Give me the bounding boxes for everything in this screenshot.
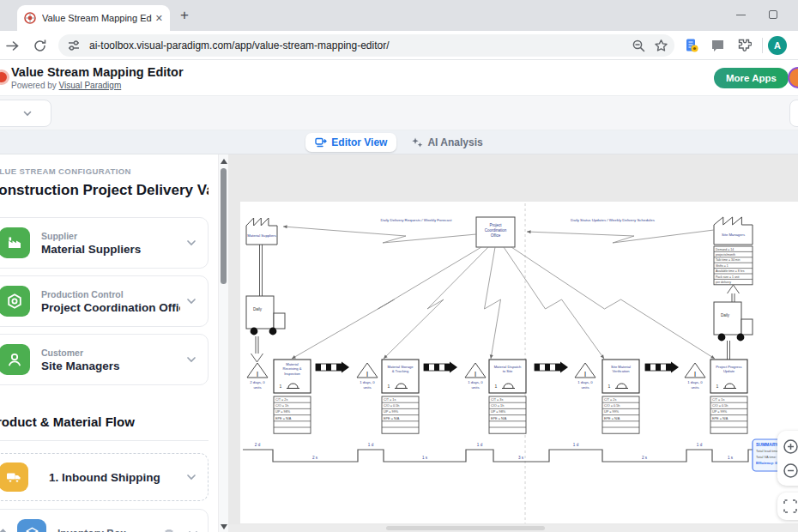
scrollbar-thumb[interactable] xyxy=(221,168,227,284)
process-data-box[interactable]: C/T = 1sC/O = 0.5hUP = 99%EPE = N/A xyxy=(710,396,747,433)
diagram-label: Material Suppliers xyxy=(247,233,276,238)
more-apps-button[interactable]: More Apps xyxy=(714,68,789,88)
sidebar-scrollbar[interactable] xyxy=(218,154,228,532)
diagram-label: C/T = 1s xyxy=(712,398,724,402)
tab-ai-analysis[interactable]: AI Analysis xyxy=(402,133,492,152)
diagram-label: C/O = 1h xyxy=(491,404,504,408)
diagram-select-dropdown[interactable]: e xyxy=(0,100,51,127)
browser-navbar: ai-toolbox.visual-paradigm.com/app/value… xyxy=(0,31,798,60)
browser-profile-avatar[interactable]: A xyxy=(768,36,787,55)
diagram-label: Office xyxy=(491,233,501,238)
diagram-label: 2 d xyxy=(255,443,261,447)
process-box[interactable]: Project ProgressUpdate1 xyxy=(710,360,747,393)
truck-icon xyxy=(0,462,28,492)
diagram-label: to Site xyxy=(503,369,513,373)
tab-editor-view[interactable]: Editor View xyxy=(305,133,396,152)
diagram-label: 1 d xyxy=(477,443,483,447)
diagram-label: Material Storage xyxy=(387,365,414,369)
browser-tab[interactable]: Value Stream Mapping Editor ✕ xyxy=(17,5,170,31)
extension-docs-icon[interactable] xyxy=(684,38,699,53)
diagram-label: SUMMARY xyxy=(756,442,778,447)
tab-close-icon[interactable]: ✕ xyxy=(155,13,163,24)
process-box[interactable]: MaterialReceiving &Inspection1 xyxy=(274,360,311,393)
diagram-label: 1 xyxy=(495,384,498,389)
customer-data-box[interactable]: Demand = 14projects/monthTakt time = 34 … xyxy=(714,246,753,285)
chevron-down-icon[interactable] xyxy=(185,237,197,249)
process-data-box[interactable]: C/T = 3sC/O = 1hUP = 98%EPE = N/A xyxy=(489,396,526,433)
configuration-sidebar: VALUE STREAM CONFIGURATION Construction … xyxy=(0,154,218,532)
party-card-customer[interactable]: Customer Site Managers xyxy=(0,334,209,385)
diagram-label: Verification xyxy=(612,369,630,373)
diagram-label: Daily Delivery Requests / Weekly Forecas… xyxy=(381,218,453,222)
flow-section-header: Product & Material Flow xyxy=(0,414,218,429)
diagram-label: 2 days, 0 xyxy=(250,380,265,384)
party-type: Production Control xyxy=(41,289,180,299)
diagram-label: 2 s xyxy=(642,456,648,460)
move-up-icon[interactable] xyxy=(0,528,9,532)
diagram-label: C/T = 2s xyxy=(275,398,287,402)
diagram-label: 3 s xyxy=(518,456,524,460)
bookmark-star-icon[interactable] xyxy=(654,39,668,53)
diagram-label: UP = 99% xyxy=(712,410,728,414)
party-card-production-control[interactable]: Production Control Project Coordination … xyxy=(0,275,209,327)
party-type: Supplier xyxy=(41,231,180,241)
site-settings-icon[interactable] xyxy=(67,39,81,52)
new-tab-button[interactable]: + xyxy=(180,7,189,24)
zoom-in-icon[interactable] xyxy=(783,438,798,455)
scroll-up-arrow[interactable] xyxy=(221,159,227,164)
visual-paradigm-link[interactable]: Visual Paradigm xyxy=(59,81,122,90)
chevron-down-icon[interactable] xyxy=(185,471,197,483)
diagram-label: Site Managers xyxy=(722,233,745,237)
window-maximize-icon[interactable] xyxy=(769,10,777,19)
extensions-puzzle-icon[interactable] xyxy=(736,38,752,53)
canvas-fit-panel xyxy=(777,493,798,520)
diagram-label: 1 d xyxy=(697,443,703,447)
url-text[interactable]: ai-toolbox.visual-paradigm.com/app/value… xyxy=(89,39,390,51)
reload-icon[interactable] xyxy=(33,39,47,53)
url-bar[interactable]: ai-toolbox.visual-paradigm.com/app/value… xyxy=(58,34,674,57)
party-card-supplier[interactable]: Supplier Material Suppliers xyxy=(0,217,209,269)
diagram-label: Takt time = 34 min xyxy=(716,258,741,262)
party-name: Project Coordination Office xyxy=(41,301,180,314)
process-box[interactable]: Site MaterialVerification1 xyxy=(602,360,639,393)
diagram-label: Material Dispatch xyxy=(494,365,522,369)
inventory-box-item[interactable]: Inventory Box xyxy=(0,509,209,532)
window-minimize-icon[interactable] xyxy=(736,15,746,15)
flow-item-label: 1. Inbound Shipping xyxy=(49,471,180,484)
secondary-toolbar: e xyxy=(0,96,798,130)
diagram-label: & Tracking xyxy=(392,369,409,373)
scroll-down-arrow[interactable] xyxy=(221,524,227,529)
process-data-box[interactable]: C/T = 2sC/O = 1hUP = 98%EPE = N/A xyxy=(274,396,311,433)
production-control-box[interactable]: ProjectCoordinationOffice xyxy=(476,217,515,247)
diagram-label: Inspection xyxy=(284,372,300,376)
process-box[interactable]: Material Dispatchto Site1 xyxy=(489,360,526,393)
chevron-down-icon[interactable] xyxy=(185,295,197,307)
fit-screen-icon[interactable] xyxy=(783,499,798,514)
diagram-label: C/T = 1s xyxy=(384,398,396,402)
chevron-down-icon[interactable] xyxy=(185,354,197,366)
diagram-canvas[interactable]: Material SuppliersSite ManagersProjectCo… xyxy=(228,154,798,532)
diagram-label: Pack size = 1 unit xyxy=(716,275,740,279)
diagram-label: 1 s xyxy=(422,456,428,460)
zoom-out-page-icon[interactable] xyxy=(632,39,646,53)
diagram-label: C/O = 1h xyxy=(275,404,288,408)
diagram-label: 1 xyxy=(280,384,282,389)
editor-view-label: Editor View xyxy=(331,136,387,148)
diagram-label: 1 d xyxy=(573,443,579,447)
app-logo xyxy=(0,70,9,85)
zoom-out-icon[interactable] xyxy=(783,462,798,479)
hscrollbar-thumb[interactable] xyxy=(386,526,545,530)
process-data-box[interactable]: C/T = 1sC/O = 0.5hUP = 99%EPE = N/A xyxy=(382,396,419,433)
process-box[interactable]: Material Storage& Tracking1 xyxy=(382,360,419,393)
toolbar-right-button[interactable] xyxy=(789,100,798,127)
ai-sparkles-icon xyxy=(411,136,423,148)
ai-analysis-label: AI Analysis xyxy=(427,136,482,148)
flow-item-inbound-shipping[interactable]: 1. Inbound Shipping xyxy=(0,453,209,501)
process-data-box[interactable]: C/T = 2sC/O = 0.5hUP = 99%EPE = N/A xyxy=(602,396,639,433)
diagram-label: 1 d xyxy=(368,443,374,447)
chevron-down-icon[interactable] xyxy=(187,528,199,532)
app-user-avatar[interactable] xyxy=(788,67,798,88)
trash-icon[interactable] xyxy=(163,528,175,532)
extension-chat-icon[interactable] xyxy=(710,39,725,53)
forward-icon[interactable] xyxy=(5,39,20,53)
